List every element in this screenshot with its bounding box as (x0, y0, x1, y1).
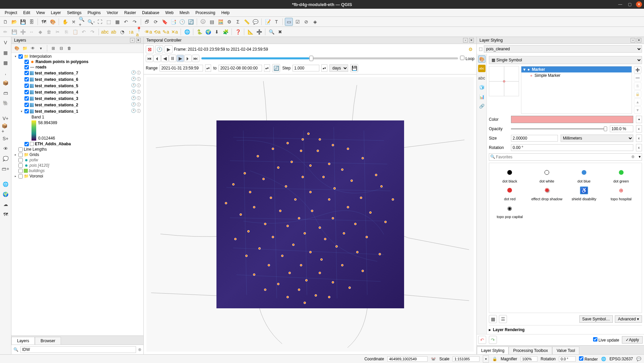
menu-processing[interactable]: Processing (193, 10, 218, 16)
refresh2-icon[interactable]: 🔄 (187, 18, 195, 26)
label-pin-icon[interactable]: 📍a (136, 28, 144, 36)
crs-icon[interactable]: 🌐 (601, 357, 606, 361)
identify-icon[interactable]: ⓘ (199, 18, 207, 26)
annotation-icon[interactable]: 📝 (264, 18, 272, 26)
filter-legend-icon[interactable]: ▾ (38, 45, 44, 52)
menu-mesh[interactable]: Mesh (177, 10, 192, 16)
copy-icon[interactable]: ⎘ (62, 28, 70, 36)
add-mesh-icon[interactable]: ▩ (1, 58, 10, 67)
favorite-shield-disability[interactable]: ♿shield disability (566, 187, 602, 201)
color-swatch[interactable] (511, 116, 633, 123)
python-icon[interactable]: 🐍 (195, 28, 203, 36)
add-wcs-icon[interactable]: ☁ (1, 200, 10, 209)
raster-calc-icon[interactable]: ➗ (255, 28, 263, 36)
step-unit-select[interactable]: days (329, 64, 348, 72)
tab-processing-toolbox[interactable]: Processing Toolbox (509, 347, 552, 354)
add-group-icon[interactable]: 📁 (21, 45, 28, 52)
clear-icon[interactable]: ✖ (276, 28, 284, 36)
add-feature-icon[interactable]: ➕ (19, 28, 27, 36)
icon-view-icon[interactable]: ▦ (489, 315, 497, 323)
add-wms-icon[interactable]: 🌐 (1, 180, 10, 189)
help-icon[interactable]: ❓ (234, 28, 242, 36)
clear-search-icon[interactable]: ⊗ (138, 347, 141, 352)
labels-tab-icon[interactable]: abc (478, 65, 486, 72)
save-project-icon[interactable]: 💾 (19, 18, 27, 26)
collapse-all-icon[interactable]: ⊟ (58, 45, 65, 52)
node-tool-icon[interactable]: ◆ (36, 28, 44, 36)
maximize-button[interactable]: ▢ (627, 1, 633, 7)
layers-tree[interactable]: ▾📁InterpolationRandom points in polygons… (11, 53, 143, 335)
layer-rendering-expand-icon[interactable]: ▸ (489, 327, 491, 332)
save-symbol-button[interactable]: Save Symbol… (579, 315, 613, 323)
layer-group[interactable]: ▸📁Voronoi (13, 173, 142, 179)
layer-item[interactable]: ▾test_meteo_stations_1🕐ⓘ (13, 108, 142, 114)
step-input[interactable] (293, 65, 319, 71)
edit-toggle-icon[interactable]: ✏ (1, 28, 9, 36)
magnifier-input[interactable] (521, 356, 537, 362)
opacity-slider[interactable] (511, 128, 607, 129)
add-postgis-icon[interactable]: 🐘 (1, 99, 10, 107)
menu-layer[interactable]: Layer (48, 10, 64, 16)
new-spatialite-icon[interactable]: 🗃+ (1, 164, 10, 173)
zoom-next-icon[interactable]: ↷ (131, 18, 139, 26)
clear-fav-icon[interactable]: ⊗ (631, 154, 635, 159)
opacity-expr-icon[interactable]: ε (636, 125, 642, 133)
lock-symbol-layer-icon[interactable]: 🔒 (634, 90, 641, 98)
favorite-dot-white[interactable]: dot white (529, 169, 565, 184)
label2-icon[interactable]: ab (110, 28, 118, 36)
diagram-icon[interactable]: ◔ (118, 28, 126, 36)
redo-icon[interactable]: ↷ (88, 28, 96, 36)
tab-layers[interactable]: Layers (11, 337, 35, 345)
add-vector-icon[interactable]: V (1, 38, 10, 47)
select-value-icon[interactable]: ☑ (294, 18, 302, 26)
favorite-effect-drop-shadow[interactable]: ✸effect drop shadow (529, 187, 565, 201)
temporal-fixed-icon[interactable]: 🕐 (155, 45, 163, 53)
styling-undock-icon[interactable]: ▫ (631, 38, 635, 43)
measure-icon[interactable]: 📏 (243, 18, 251, 26)
move-feature-icon[interactable]: ↔ (27, 28, 36, 36)
new-shp-icon[interactable]: S+ (1, 134, 10, 143)
pause-icon[interactable]: ⏸ (169, 55, 176, 62)
undo-icon[interactable]: ↶ (80, 28, 88, 36)
show-bookmarks-icon[interactable]: 📑 (169, 18, 177, 26)
deselect-icon[interactable]: ⊘ (302, 18, 310, 26)
georef-icon[interactable]: 📐 (246, 28, 254, 36)
temporal-anim-icon[interactable]: ▶ (165, 45, 173, 53)
menu-project[interactable]: Project (2, 10, 20, 16)
size-input[interactable] (511, 135, 558, 142)
move-down-icon[interactable]: ▼ (634, 106, 641, 114)
new-memory-icon[interactable]: 💭 (1, 154, 10, 163)
play-back-icon[interactable]: ◀ (161, 55, 169, 62)
processing-icon[interactable]: ⚙ (225, 18, 233, 26)
layer-item[interactable]: Random points in polygons (13, 59, 142, 64)
close-button[interactable]: ✕ (636, 1, 642, 7)
zoom-in-icon[interactable]: 🔍+ (78, 18, 86, 26)
label-hide-icon[interactable]: ✕a (171, 28, 179, 36)
add-csv-icon[interactable]: , (1, 68, 10, 77)
delete-icon[interactable]: 🗑 (45, 28, 53, 36)
apply-button[interactable]: ✓Apply (622, 336, 643, 344)
manage-visibility-icon[interactable]: 👁 (29, 45, 36, 52)
zoom-out-icon[interactable]: 🔍- (87, 18, 95, 26)
loop-checkbox[interactable] (460, 56, 464, 60)
symbol-layer-tree[interactable]: ▾●Marker ●Simple Marker (521, 66, 632, 114)
scale-menu[interactable]: ▾ (483, 355, 489, 363)
duplicate-symbol-layer-icon[interactable]: ⎘ (634, 82, 641, 90)
layer-select[interactable]: pois_cleaned (484, 45, 642, 53)
live-update-checkbox[interactable] (593, 337, 597, 342)
label-rotate-icon[interactable]: ⟲a (153, 28, 161, 36)
text-annotation-icon[interactable]: T (272, 18, 280, 26)
favorite-topo-hospital[interactable]: ⊕topo hospital (603, 187, 639, 201)
map-canvas[interactable] (144, 74, 476, 354)
crs-label[interactable]: EPSG:32637 (609, 357, 633, 361)
temporal-undock-icon[interactable]: ▫ (463, 38, 468, 43)
layer-item[interactable]: pofw (13, 157, 142, 163)
refresh-icon[interactable]: ⟳ (152, 18, 160, 26)
add-gpkg-icon[interactable]: 📦 (1, 79, 10, 87)
color-menu-icon[interactable]: ▾ (636, 116, 642, 123)
zoom-layer-icon[interactable]: ▦ (113, 18, 121, 26)
panel-undock-icon[interactable]: ▫ (130, 38, 135, 43)
fwd-end-icon[interactable]: ⏭ (192, 55, 199, 62)
menu-web[interactable]: Web (163, 10, 176, 16)
select-features-icon[interactable]: ▭ (285, 18, 293, 26)
